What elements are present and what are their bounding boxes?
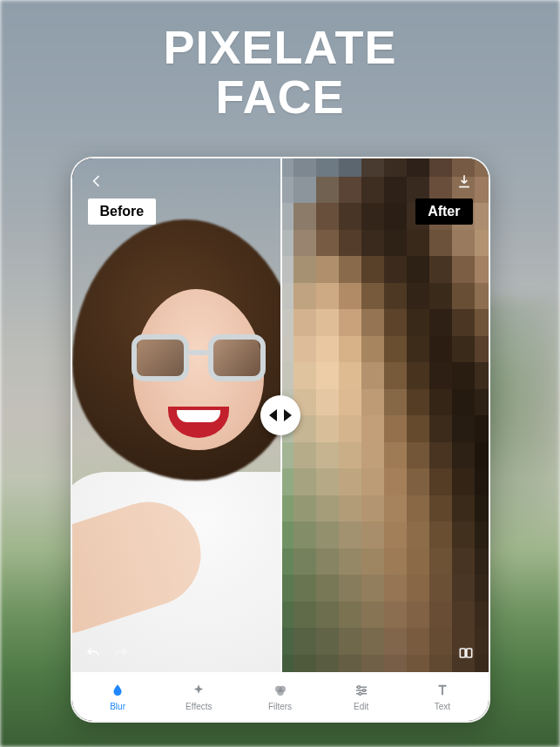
tab-filters[interactable]: Filters: [240, 682, 320, 711]
sparkle-icon: [190, 682, 207, 699]
headline-line-1: PIXELATE: [0, 23, 560, 72]
download-icon: [455, 172, 473, 190]
headline-line-2: FACE: [0, 72, 560, 122]
editor-canvas: Before After: [72, 158, 489, 672]
compare-toggle-button[interactable]: [457, 644, 476, 663]
text-icon: [434, 682, 451, 699]
tab-text[interactable]: Text: [401, 682, 482, 711]
after-label: After: [415, 199, 472, 225]
tab-label: Effects: [186, 702, 212, 711]
svg-rect-1: [466, 649, 471, 657]
device-frame: Before After: [71, 157, 490, 723]
editor-bottom-bar: [84, 644, 476, 663]
bottom-tab-bar: Blur Effects Filters Edit Text: [72, 672, 489, 721]
redo-button: [112, 644, 132, 663]
filters-icon: [272, 682, 289, 699]
tab-label: Text: [435, 702, 450, 711]
droplet-icon: [109, 682, 126, 699]
svg-rect-0: [460, 649, 465, 657]
svg-point-4: [277, 690, 284, 697]
redo-icon: [112, 644, 130, 662]
editor-top-bar: [84, 169, 476, 193]
chevron-left-icon: [269, 409, 277, 421]
svg-point-5: [357, 686, 360, 689]
tab-label: Filters: [268, 702, 292, 711]
tab-edit[interactable]: Edit: [320, 682, 401, 711]
undo-button[interactable]: [84, 644, 104, 663]
tab-label: Edit: [354, 702, 368, 711]
compare-icon: [457, 644, 475, 662]
download-button[interactable]: [452, 169, 476, 193]
before-label: Before: [88, 199, 157, 225]
tab-blur[interactable]: Blur: [78, 682, 159, 711]
svg-point-6: [362, 690, 365, 692]
svg-point-7: [359, 692, 361, 695]
compare-handle[interactable]: [260, 395, 300, 435]
promo-headline: PIXELATE FACE: [0, 23, 560, 121]
arrow-left-icon: [88, 172, 105, 190]
pixelate-overlay: [280, 158, 489, 672]
sliders-icon: [353, 682, 370, 699]
tab-label: Blur: [110, 702, 125, 711]
undo-icon: [84, 644, 102, 662]
chevron-right-icon: [284, 409, 292, 421]
tab-effects[interactable]: Effects: [159, 682, 240, 711]
back-button[interactable]: [84, 169, 109, 193]
